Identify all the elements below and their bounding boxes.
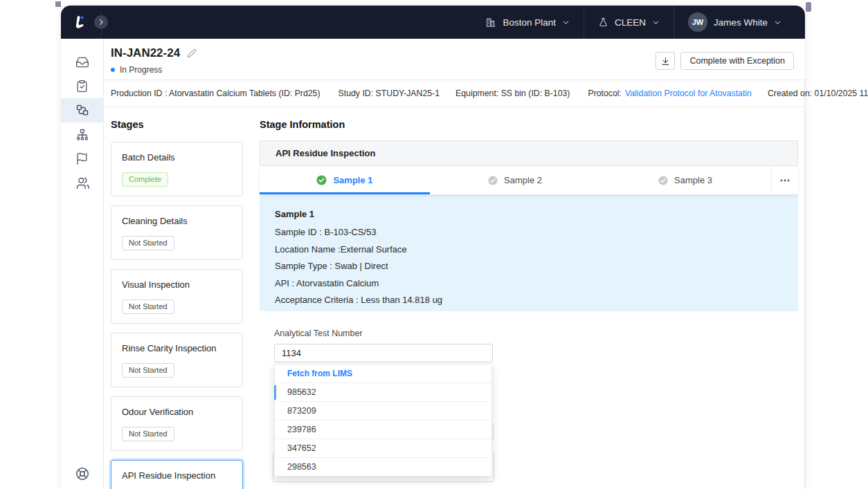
page-scrollbar-thumb[interactable] [806, 2, 811, 12]
dropdown-option[interactable]: 298563 [275, 457, 491, 476]
stage-information-panel: API Residue Inspection Sample 1 [260, 140, 798, 445]
dropdown-option[interactable]: 873209 [275, 401, 491, 420]
protocol-link[interactable]: Validation Protocol for Atovastatin [625, 89, 752, 98]
created-on: Created on: 01/10/2025 11:41:39 [768, 89, 868, 98]
sample-api: API : Atorvastatin Calcium [275, 275, 783, 293]
leucine-logo[interactable] [72, 13, 90, 31]
users-icon [75, 176, 89, 190]
download-icon [661, 57, 670, 66]
tab-sample-2[interactable]: Sample 2 [430, 166, 600, 194]
sample-location: Location Name :External Surface [275, 241, 783, 259]
avatar: JW [688, 12, 707, 32]
stage-status-badge: Not Started [122, 299, 174, 314]
equipment-id: Equipment: SS bin (ID: B-103) [455, 89, 570, 98]
sample-type: Sample Type : Swab | Direct [275, 258, 783, 275]
dropdown-option[interactable]: 347652 [275, 439, 491, 457]
stage-status-badge: Not Started [122, 236, 174, 250]
batch-info-bar: Production ID : Atorvastatin Calcium Tab… [104, 80, 805, 107]
topbar: Boston Plant CLEEN JW James White [61, 6, 805, 39]
check-circle-icon [658, 176, 668, 185]
dropdown-option[interactable]: 985632 [275, 382, 491, 401]
check-circle-icon [488, 176, 498, 185]
user-menu[interactable]: JW James White [674, 6, 795, 39]
flag-icon [75, 152, 89, 165]
stage-card-cleaning-details[interactable]: Cleaning Details Not Started [111, 205, 243, 260]
sample-title: Sample 1 [275, 206, 783, 223]
chevron-down-icon [562, 19, 570, 26]
stage-status-badge: Not Started [122, 363, 174, 378]
sample-form: Analytical Test Number Fetch from LIMS 9… [260, 311, 798, 445]
tab-label: Sample 3 [674, 175, 712, 185]
sidebar-item-users[interactable] [61, 171, 103, 195]
page-corner-fragment [55, 1, 61, 7]
chevron-down-icon [652, 19, 660, 26]
edit-pencil-icon[interactable] [187, 48, 197, 58]
fetch-from-lims-option[interactable]: Fetch from LIMS [275, 365, 491, 382]
sample-acceptance-criteria: Acceptance Criteria : Less than 14.818 u… [275, 292, 783, 309]
sidebar-item-help[interactable] [61, 466, 103, 481]
test-number-dropdown: Fetch from LIMS 985632 873209 239786 347… [274, 364, 492, 477]
sidebar-expand-button[interactable] [94, 15, 108, 29]
module-selector[interactable]: CLEEN [584, 6, 673, 39]
sample-details-panel: Sample 1 Sample ID : B-103-CS/53 Locatio… [260, 194, 798, 311]
flask-icon [598, 17, 608, 28]
page-header: IN-JAN22-24 In Progress Complet [104, 39, 805, 80]
stage-name: Cleaning Details [122, 216, 232, 226]
sample-tabs: Sample 1 Sample 2 Sa [260, 166, 798, 194]
stage-name: API Residue Inspection [122, 470, 232, 481]
sidebar-item-inbox[interactable] [61, 50, 103, 74]
hierarchy-icon [75, 128, 89, 142]
stage-card-visual-inspection[interactable]: Visual Inspection Not Started [111, 269, 243, 324]
app-window: Boston Plant CLEEN JW James White [61, 6, 805, 489]
sidebar [61, 39, 104, 489]
ellipsis-icon [780, 179, 790, 182]
user-name: James White [714, 17, 768, 28]
stage-card-odour-verification[interactable]: Odour Verification Not Started [111, 396, 243, 451]
status-badge: In Progress [111, 65, 197, 75]
tab-sample-3[interactable]: Sample 3 [600, 166, 770, 194]
topbar-right: Boston Plant CLEEN JW James White [471, 6, 805, 39]
stages-heading: Stages [111, 119, 243, 130]
analytical-test-number-label: Analytical Test Number [274, 329, 798, 338]
stage-name: Visual Inspection [122, 279, 232, 290]
stage-card-api-residue-inspection[interactable]: API Residue Inspection Not Started [111, 460, 243, 489]
tab-sample-1[interactable]: Sample 1 [260, 166, 430, 194]
module-name: CLEEN [615, 17, 646, 28]
stages-column: Stages Batch Details Complete Cleaning D… [111, 119, 243, 489]
complete-with-exception-button[interactable]: Complete with Exception [680, 52, 794, 70]
production-id: Production ID : Atorvastatin Calcium Tab… [111, 89, 320, 98]
sidebar-item-workflows[interactable] [61, 98, 103, 122]
chevron-right-icon [98, 19, 105, 26]
dropdown-option[interactable]: 239786 [275, 420, 491, 439]
inbox-icon [75, 55, 89, 69]
screen: Boston Plant CLEEN JW James White [0, 0, 868, 489]
building-icon [485, 17, 496, 28]
stage-name: Odour Verification [122, 407, 232, 417]
plant-name: Boston Plant [503, 17, 556, 28]
page-title: IN-JAN22-24 [111, 46, 180, 60]
clipboard-check-icon [75, 80, 89, 93]
life-buoy-help-icon [75, 466, 90, 481]
tab-label: Sample 2 [504, 175, 542, 185]
stage-status-badge: Complete [122, 172, 168, 187]
sidebar-item-tasks[interactable] [61, 74, 103, 98]
sample-id: Sample ID : B-103-CS/53 [275, 224, 783, 241]
stage-card-rinse-clarity-inspection[interactable]: Rinse Clarity Inspection Not Started [111, 333, 243, 387]
stage-name: Batch Details [122, 152, 232, 163]
plant-selector[interactable]: Boston Plant [471, 6, 584, 39]
sidebar-item-reports[interactable] [61, 147, 103, 171]
stage-card-batch-details[interactable]: Batch Details Complete [111, 142, 243, 196]
sidebar-item-hierarchy[interactable] [61, 122, 103, 147]
analytical-test-number-input[interactable] [274, 344, 493, 362]
tab-label: Sample 1 [333, 175, 372, 185]
protocol-label: Protocol: [588, 89, 622, 98]
check-circle-icon [316, 175, 327, 185]
stage-name: Rinse Clarity Inspection [122, 343, 232, 353]
more-tabs-button[interactable] [771, 166, 798, 194]
stage-information-column: Stage Information API Residue Inspection… [260, 119, 798, 445]
download-button[interactable] [655, 52, 675, 70]
stage-status-badge: Not Started [122, 427, 174, 441]
chevron-down-icon [774, 19, 781, 26]
status-text: In Progress [120, 65, 162, 75]
workflow-icon [75, 104, 89, 118]
